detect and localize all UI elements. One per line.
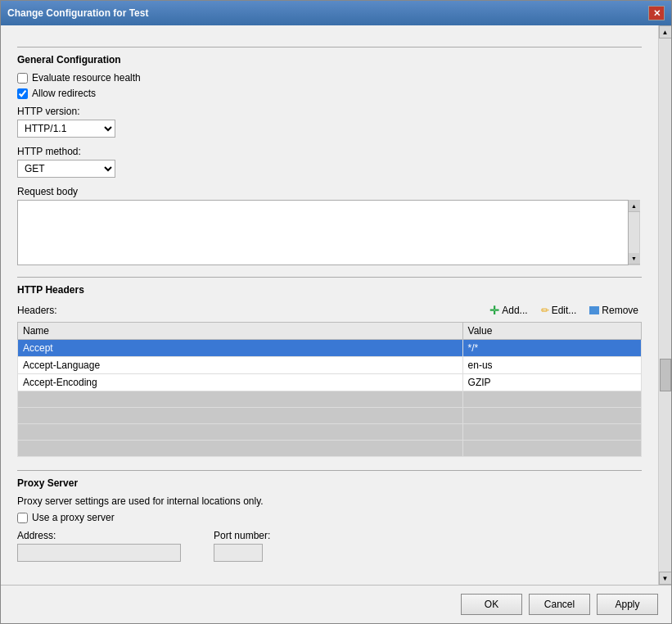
remove-header-button[interactable]: Remove (586, 303, 642, 318)
apply-button[interactable]: Apply (597, 594, 658, 615)
port-input[interactable] (214, 544, 263, 562)
edit-header-button[interactable]: ✏ Edit... (538, 303, 580, 318)
main-scroll-area: General Configuration Evaluate resource … (1, 25, 658, 585)
http-method-label: HTTP method: (17, 146, 642, 157)
headers-label: Headers: (17, 305, 57, 316)
port-label: Port number: (214, 530, 270, 541)
address-label: Address: (17, 530, 181, 541)
http-method-select[interactable]: GET POST PUT DELETE HEAD OPTIONS (17, 160, 115, 178)
scrollbar-up-arrow[interactable]: ▲ (629, 201, 640, 212)
main-scrollbar: ▲ ▼ (658, 25, 671, 585)
headers-toolbar: Headers: ✛ Add... ✏ Edit... Remove (17, 302, 642, 319)
http-headers-section: HTTP Headers Headers: ✛ Add... ✏ Edit... (17, 277, 642, 457)
add-header-button[interactable]: ✛ Add... (486, 302, 530, 319)
scrollbar-track (659, 38, 672, 572)
headers-table: Name Value Accept*/*Accept-Languageen-us… (17, 322, 642, 457)
headers-divider (17, 277, 642, 278)
use-proxy-checkbox[interactable] (17, 513, 28, 523)
proxy-divider (17, 470, 642, 471)
empty-row (18, 424, 642, 441)
request-body-textarea[interactable] (17, 200, 629, 265)
dialog-title: Change Configuration for Test (7, 7, 148, 19)
ok-button[interactable]: OK (461, 594, 522, 615)
edit-icon: ✏ (541, 305, 549, 316)
http-headers-title: HTTP Headers (17, 284, 642, 296)
proxy-section: Proxy Server Proxy server settings are u… (17, 470, 642, 562)
dialog-footer: OK Cancel Apply (1, 585, 671, 623)
table-row[interactable]: Accept-Languageen-us (18, 357, 642, 374)
evaluate-health-row: Evaluate resource health (17, 72, 642, 84)
col-header-value: Value (462, 323, 641, 340)
proxy-fields: Address: Port number: (17, 530, 642, 562)
main-scroll-up[interactable]: ▲ (659, 25, 672, 38)
col-header-name: Name (18, 323, 463, 340)
allow-redirects-row: Allow redirects (17, 88, 642, 99)
main-scroll-down[interactable]: ▼ (659, 572, 672, 585)
empty-row (18, 408, 642, 424)
proxy-address-group: Address: (17, 530, 181, 562)
allow-redirects-checkbox[interactable] (17, 88, 28, 99)
general-divider (17, 47, 642, 47)
close-button[interactable]: ✕ (648, 6, 665, 20)
scrollbar-thumb[interactable] (660, 359, 671, 391)
proxy-description: Proxy server settings are used for inter… (17, 495, 642, 507)
table-row[interactable]: Accept-EncodingGZIP (18, 374, 642, 391)
general-config-title: General Configuration (17, 54, 642, 66)
title-bar: Change Configuration for Test ✕ (1, 1, 671, 25)
evaluate-health-checkbox[interactable] (17, 73, 28, 84)
use-proxy-row: Use a proxy server (17, 512, 642, 523)
request-body-label: Request body (17, 186, 642, 197)
allow-redirects-label: Allow redirects (32, 88, 96, 99)
dialog: Change Configuration for Test ✕ General … (0, 0, 672, 624)
use-proxy-label: Use a proxy server (32, 512, 115, 523)
table-row[interactable]: Accept*/* (18, 340, 642, 357)
evaluate-health-label: Evaluate resource health (32, 72, 141, 84)
request-body-wrapper: ▲ ▼ (17, 200, 642, 265)
proxy-section-title: Proxy Server (17, 477, 642, 489)
dialog-content: General Configuration Evaluate resource … (1, 25, 671, 585)
http-version-label: HTTP version: (17, 106, 642, 117)
proxy-port-group: Port number: (214, 530, 270, 562)
empty-row (18, 391, 642, 408)
scrollbar-down-arrow[interactable]: ▼ (629, 253, 640, 265)
empty-row (18, 441, 642, 457)
request-body-scrollbar: ▲ ▼ (629, 200, 640, 265)
cancel-button[interactable]: Cancel (529, 594, 590, 615)
add-icon: ✛ (489, 304, 499, 317)
headers-actions: ✛ Add... ✏ Edit... Remove (486, 302, 642, 319)
http-version-select[interactable]: HTTP/1.1 HTTP/1.0 HTTP/2 (17, 120, 115, 138)
remove-icon (589, 306, 599, 314)
address-input[interactable] (17, 544, 181, 562)
